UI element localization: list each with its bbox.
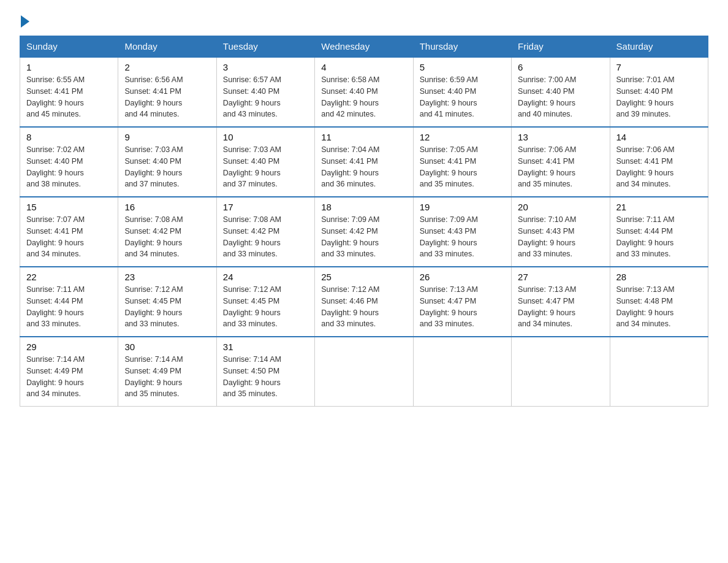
day-info: Sunrise: 7:00 AM Sunset: 4:40 PM Dayligh…: [518, 74, 603, 120]
calendar-cell: 1 Sunrise: 6:55 AM Sunset: 4:41 PM Dayli…: [20, 57, 118, 127]
day-info: Sunrise: 7:06 AM Sunset: 4:41 PM Dayligh…: [616, 144, 702, 190]
calendar-cell: 28 Sunrise: 7:13 AM Sunset: 4:48 PM Dayl…: [610, 267, 708, 337]
col-saturday: Saturday: [610, 36, 708, 58]
calendar-cell: [315, 337, 413, 407]
day-info: Sunrise: 7:13 AM Sunset: 4:48 PM Dayligh…: [616, 284, 702, 330]
calendar-cell: 9 Sunrise: 7:03 AM Sunset: 4:40 PM Dayli…: [118, 127, 216, 197]
calendar-cell: 26 Sunrise: 7:13 AM Sunset: 4:47 PM Dayl…: [413, 267, 511, 337]
day-info: Sunrise: 7:11 AM Sunset: 4:44 PM Dayligh…: [26, 284, 112, 330]
header-row: Sunday Monday Tuesday Wednesday Thursday…: [20, 36, 708, 58]
calendar-week-row: 29 Sunrise: 7:14 AM Sunset: 4:49 PM Dayl…: [20, 337, 708, 407]
day-info: Sunrise: 7:13 AM Sunset: 4:47 PM Dayligh…: [518, 284, 603, 330]
day-number: 6: [518, 62, 603, 72]
day-info: Sunrise: 6:59 AM Sunset: 4:40 PM Dayligh…: [420, 74, 505, 120]
day-info: Sunrise: 7:08 AM Sunset: 4:42 PM Dayligh…: [124, 214, 210, 260]
day-number: 20: [518, 202, 603, 212]
day-number: 18: [321, 202, 406, 212]
day-number: 26: [420, 272, 505, 282]
day-number: 25: [321, 272, 406, 282]
day-info: Sunrise: 7:14 AM Sunset: 4:49 PM Dayligh…: [124, 354, 210, 400]
calendar-cell: 10 Sunrise: 7:03 AM Sunset: 4:40 PM Dayl…: [216, 127, 314, 197]
day-info: Sunrise: 6:58 AM Sunset: 4:40 PM Dayligh…: [321, 74, 406, 120]
calendar-week-row: 1 Sunrise: 6:55 AM Sunset: 4:41 PM Dayli…: [20, 57, 708, 127]
col-tuesday: Tuesday: [216, 36, 314, 58]
col-friday: Friday: [512, 36, 610, 58]
day-number: 14: [616, 132, 702, 142]
calendar-cell: 2 Sunrise: 6:56 AM Sunset: 4:41 PM Dayli…: [118, 57, 216, 127]
calendar-body: 1 Sunrise: 6:55 AM Sunset: 4:41 PM Dayli…: [20, 57, 708, 407]
calendar-cell: 21 Sunrise: 7:11 AM Sunset: 4:44 PM Dayl…: [610, 197, 708, 267]
day-info: Sunrise: 7:09 AM Sunset: 4:42 PM Dayligh…: [321, 214, 406, 260]
day-number: 1: [26, 62, 112, 72]
day-number: 12: [420, 132, 505, 142]
day-info: Sunrise: 7:14 AM Sunset: 4:50 PM Dayligh…: [223, 354, 308, 400]
day-info: Sunrise: 7:09 AM Sunset: 4:43 PM Dayligh…: [420, 214, 505, 260]
day-number: 29: [26, 342, 112, 352]
calendar-cell: 17 Sunrise: 7:08 AM Sunset: 4:42 PM Dayl…: [216, 197, 314, 267]
calendar-cell: 24 Sunrise: 7:12 AM Sunset: 4:45 PM Dayl…: [216, 267, 314, 337]
day-number: 7: [616, 62, 702, 72]
calendar-cell: 25 Sunrise: 7:12 AM Sunset: 4:46 PM Dayl…: [315, 267, 413, 337]
calendar-cell: 6 Sunrise: 7:00 AM Sunset: 4:40 PM Dayli…: [512, 57, 610, 127]
calendar-cell: 8 Sunrise: 7:02 AM Sunset: 4:40 PM Dayli…: [20, 127, 118, 197]
day-info: Sunrise: 7:12 AM Sunset: 4:45 PM Dayligh…: [124, 284, 210, 330]
calendar-cell: 13 Sunrise: 7:06 AM Sunset: 4:41 PM Dayl…: [512, 127, 610, 197]
day-number: 5: [420, 62, 505, 72]
day-number: 13: [518, 132, 603, 142]
day-number: 23: [124, 272, 210, 282]
calendar-cell: [512, 337, 610, 407]
calendar-cell: 29 Sunrise: 7:14 AM Sunset: 4:49 PM Dayl…: [20, 337, 118, 407]
calendar-cell: 31 Sunrise: 7:14 AM Sunset: 4:50 PM Dayl…: [216, 337, 314, 407]
day-number: 8: [26, 132, 112, 142]
day-number: 9: [124, 132, 210, 142]
day-number: 15: [26, 202, 112, 212]
calendar-header: Sunday Monday Tuesday Wednesday Thursday…: [20, 36, 708, 58]
logo-arrow-icon: [21, 15, 29, 28]
calendar-cell: 18 Sunrise: 7:09 AM Sunset: 4:42 PM Dayl…: [315, 197, 413, 267]
day-info: Sunrise: 7:11 AM Sunset: 4:44 PM Dayligh…: [616, 214, 702, 260]
col-monday: Monday: [118, 36, 216, 58]
calendar-cell: 14 Sunrise: 7:06 AM Sunset: 4:41 PM Dayl…: [610, 127, 708, 197]
day-number: 24: [223, 272, 308, 282]
calendar-cell: 16 Sunrise: 7:08 AM Sunset: 4:42 PM Dayl…: [118, 197, 216, 267]
calendar-cell: 11 Sunrise: 7:04 AM Sunset: 4:41 PM Dayl…: [315, 127, 413, 197]
calendar-week-row: 22 Sunrise: 7:11 AM Sunset: 4:44 PM Dayl…: [20, 267, 708, 337]
calendar-cell: 15 Sunrise: 7:07 AM Sunset: 4:41 PM Dayl…: [20, 197, 118, 267]
day-info: Sunrise: 7:05 AM Sunset: 4:41 PM Dayligh…: [420, 144, 505, 190]
calendar-cell: 19 Sunrise: 7:09 AM Sunset: 4:43 PM Dayl…: [413, 197, 511, 267]
col-thursday: Thursday: [413, 36, 511, 58]
day-info: Sunrise: 7:01 AM Sunset: 4:40 PM Dayligh…: [616, 74, 702, 120]
day-info: Sunrise: 7:07 AM Sunset: 4:41 PM Dayligh…: [26, 214, 112, 260]
day-info: Sunrise: 6:56 AM Sunset: 4:41 PM Dayligh…: [124, 74, 210, 120]
day-info: Sunrise: 7:10 AM Sunset: 4:43 PM Dayligh…: [518, 214, 603, 260]
calendar-cell: [413, 337, 511, 407]
day-number: 27: [518, 272, 603, 282]
calendar-cell: [610, 337, 708, 407]
day-number: 2: [124, 62, 210, 72]
day-number: 4: [321, 62, 406, 72]
logo: [20, 15, 31, 25]
day-info: Sunrise: 7:03 AM Sunset: 4:40 PM Dayligh…: [223, 144, 308, 190]
calendar-cell: 3 Sunrise: 6:57 AM Sunset: 4:40 PM Dayli…: [216, 57, 314, 127]
calendar-table: Sunday Monday Tuesday Wednesday Thursday…: [20, 36, 708, 407]
calendar-week-row: 8 Sunrise: 7:02 AM Sunset: 4:40 PM Dayli…: [20, 127, 708, 197]
day-number: 16: [124, 202, 210, 212]
day-number: 31: [223, 342, 308, 352]
day-number: 17: [223, 202, 308, 212]
day-info: Sunrise: 7:12 AM Sunset: 4:46 PM Dayligh…: [321, 284, 406, 330]
day-number: 30: [124, 342, 210, 352]
calendar-week-row: 15 Sunrise: 7:07 AM Sunset: 4:41 PM Dayl…: [20, 197, 708, 267]
calendar-cell: 7 Sunrise: 7:01 AM Sunset: 4:40 PM Dayli…: [610, 57, 708, 127]
day-number: 21: [616, 202, 702, 212]
col-sunday: Sunday: [20, 36, 118, 58]
day-number: 3: [223, 62, 308, 72]
page-header: [20, 15, 708, 25]
calendar-cell: 23 Sunrise: 7:12 AM Sunset: 4:45 PM Dayl…: [118, 267, 216, 337]
calendar-cell: 20 Sunrise: 7:10 AM Sunset: 4:43 PM Dayl…: [512, 197, 610, 267]
calendar-cell: 27 Sunrise: 7:13 AM Sunset: 4:47 PM Dayl…: [512, 267, 610, 337]
day-number: 19: [420, 202, 505, 212]
day-info: Sunrise: 7:06 AM Sunset: 4:41 PM Dayligh…: [518, 144, 603, 190]
day-number: 28: [616, 272, 702, 282]
day-info: Sunrise: 7:14 AM Sunset: 4:49 PM Dayligh…: [26, 354, 112, 400]
day-info: Sunrise: 7:08 AM Sunset: 4:42 PM Dayligh…: [223, 214, 308, 260]
